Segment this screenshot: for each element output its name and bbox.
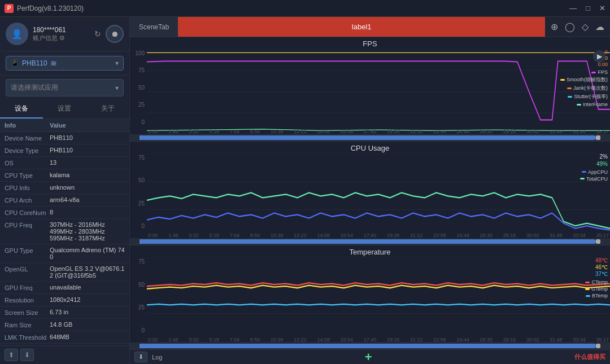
tab-device[interactable]: 设备 [0, 100, 43, 119]
username: 180****061 [33, 26, 90, 34]
watermark: 什么值得买 [574, 353, 605, 361]
fps-svg [147, 49, 610, 134]
fps-x-labels: 0:001:463:325:187:048:5010:3612:2214:081… [147, 129, 610, 134]
info-val: 13 [50, 159, 125, 166]
cpu-scrollbar-thumb[interactable] [140, 239, 596, 244]
temp-chart-body: 75 50 25 0 [130, 257, 610, 343]
log-button[interactable]: Log [152, 354, 162, 361]
scrollbar-thumb[interactable] [140, 135, 596, 140]
temp-y-labels: 75 50 25 0 [130, 257, 147, 343]
cpu-canvas[interactable]: 2% 49% AppCPU TotalCPU σ 0:001:463:325:1… [147, 154, 610, 239]
cpu-chart-body: 75 50 25 0 [130, 154, 610, 239]
info-val: Qualcomm Adreno (TM) 740 [50, 247, 125, 260]
info-key: Screen Size [5, 309, 50, 316]
fps-chart-title: FPS [130, 37, 610, 49]
refresh-icon[interactable]: ↻ [94, 29, 101, 38]
minimize-button[interactable]: — [569, 5, 577, 12]
info-key: OS [5, 159, 50, 166]
tab-about[interactable]: 关于 [86, 100, 129, 119]
info-val: 14.8 GB [50, 321, 125, 328]
info-val: 8 [50, 209, 125, 216]
table-row: CPU Infounknown [0, 182, 129, 194]
label1-tab[interactable]: label1 [178, 17, 545, 37]
col-info: Info [5, 122, 50, 129]
cpu-chart-section: CPU Usage 75 50 25 0 [130, 142, 610, 246]
account-label[interactable]: 账户信息 ⚙ [33, 34, 90, 42]
maximize-button[interactable]: □ [586, 5, 590, 12]
temp-scrollbar-right[interactable] [596, 344, 600, 348]
cpu-scrollbar-right[interactable] [596, 239, 600, 244]
plus-button[interactable]: + [365, 350, 372, 365]
top-bar: SceneTab label1 ⊕ ◯ ◇ ☁ [130, 17, 610, 37]
cpu-scrollbar[interactable] [130, 238, 610, 245]
info-key: LMK Threshold [5, 334, 50, 341]
avatar: 👤 [6, 23, 28, 45]
download-button[interactable]: ⬇ [134, 352, 147, 362]
cpu-x-labels: 0:001:463:325:187:048:5010:3612:2214:081… [147, 233, 610, 238]
table-row: OS13 [0, 157, 129, 169]
table-row: GPU Frequnavailable [0, 282, 129, 294]
temp-scrollbar-thumb[interactable] [140, 344, 596, 348]
user-section: 👤 180****061 账户信息 ⚙ ↻ ⏺ [0, 17, 129, 51]
temp-scrollbar[interactable] [130, 343, 610, 349]
fps-canvas[interactable]: 0 0.00 0.00 FPS Smooth(稳帧指数) Jank(卡顿次数) … [147, 49, 610, 134]
info-key: CPU Info [5, 184, 50, 191]
table-row: Resolution1080x2412 [0, 294, 129, 306]
right-panel: SceneTab label1 ⊕ ◯ ◇ ☁ FPS 100 75 50 25 [130, 17, 610, 364]
fps-scrollbar[interactable] [130, 134, 610, 141]
device-name: PHB110 [22, 59, 47, 67]
table-row: CPU CoreNum8 [0, 207, 129, 219]
titlebar-controls: — □ ✕ [569, 5, 605, 12]
scroll-up-button[interactable]: ⬆ [5, 349, 18, 361]
app-select-dropdown[interactable]: 请选择测试应用 ▾ [6, 79, 124, 97]
info-val: unknown [50, 184, 125, 191]
info-val: unavailable [50, 284, 125, 291]
table-row: OpenGLOpenGL ES 3.2 V@0676.12 (GIT@316f5… [0, 263, 129, 282]
close-button[interactable]: ✕ [599, 5, 605, 12]
info-key: CPU Type [5, 172, 50, 179]
info-val: arm64-v8a [50, 196, 125, 203]
scroll-down-button[interactable]: ⬇ [20, 349, 34, 361]
record-button[interactable]: ⏺ [106, 25, 124, 43]
bottom-arrows: ⬆ ⬇ [0, 345, 129, 364]
cpu-chart-title: CPU Usage [130, 142, 610, 154]
scene-tab[interactable]: SceneTab [130, 17, 178, 37]
main-layout: 👤 180****061 账户信息 ⚙ ↻ ⏺ 📱 PHB110 ≋ ▾ 请选择… [0, 17, 610, 364]
table-row: GPU TypeQualcomm Adreno (TM) 740 [0, 244, 129, 263]
info-key: GPU Freq [5, 284, 50, 291]
info-key: CPU CoreNum [5, 209, 50, 216]
play-button[interactable]: ▶ [593, 50, 605, 63]
table-row: Device TypePHB110 [0, 144, 129, 157]
table-row: CPU Freq307MHz - 2016MHz499MHz - 2803MHz… [0, 219, 129, 244]
fps-y-labels: 100 75 50 25 0 [130, 49, 147, 134]
device-section: 📱 PHB110 ≋ ▾ [0, 51, 129, 76]
temp-chart-title: Temperature [130, 245, 610, 257]
settings-icon[interactable]: ◇ [582, 21, 589, 32]
info-key: CPU Arch [5, 196, 50, 204]
temp-legend: 48℃ 46℃ 37℃ CTemp GTemp BTemp [585, 257, 608, 300]
charts-area: FPS 100 75 50 25 0 [130, 37, 610, 349]
temp-canvas[interactable]: 48℃ 46℃ 37℃ CTemp GTemp BTemp ρ 0:001:46… [147, 257, 610, 343]
info-val: 307MHz - 2016MHz499MHz - 2803MHz595MHz -… [50, 221, 125, 242]
cloud-icon[interactable]: ☁ [595, 21, 604, 32]
app-icon: P [5, 4, 14, 13]
chevron-down-icon: ▾ [115, 59, 119, 67]
location-icon[interactable]: ⊕ [551, 21, 558, 32]
info-rows: Device NamePHB110Device TypePHB110OS13CP… [0, 132, 129, 345]
notification-icon[interactable]: ◯ [565, 21, 575, 32]
temp-x-labels: 0:001:463:325:187:048:5010:3612:2214:081… [147, 337, 610, 343]
device-name-badge[interactable]: 📱 PHB110 ≋ ▾ [6, 56, 124, 71]
table-row: LMK Threshold648MB [0, 331, 129, 344]
app-title: PerfDog(v8.1.230120) [17, 5, 84, 12]
info-key: Resolution [5, 296, 50, 304]
table-row: Screen Size6.73 in [0, 306, 129, 319]
scrollbar-right-handle[interactable] [596, 135, 600, 140]
info-key: CPU Freq [5, 221, 50, 229]
cpu-svg [147, 154, 610, 239]
info-val: 648MB [50, 334, 125, 340]
info-key: OpenGL [5, 265, 50, 273]
info-val: kalama [50, 172, 125, 178]
table-row: CPU Archarm64-v8a [0, 194, 129, 207]
info-val: 6.73 in [50, 309, 125, 315]
tab-settings[interactable]: 设置 [43, 100, 86, 119]
